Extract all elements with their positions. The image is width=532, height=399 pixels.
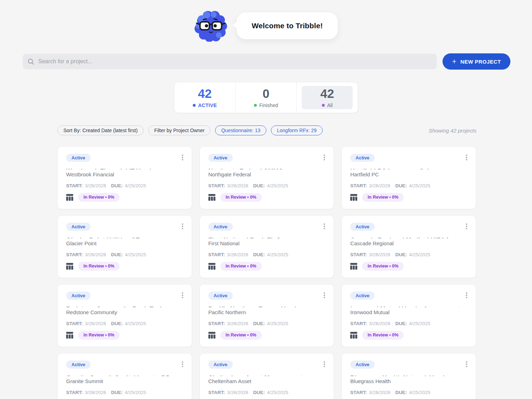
card-footer: In Review • 0%: [350, 262, 467, 271]
due-date: 4/25/2025: [409, 252, 430, 257]
kebab-menu-icon[interactable]: [464, 223, 469, 231]
kebab-menu-icon[interactable]: [322, 154, 326, 163]
search-row: + NEW PROJECT: [23, 53, 510, 70]
status-badge: Active: [350, 223, 375, 231]
due-date: 4/25/2025: [267, 252, 288, 257]
due-date: 4/25/2025: [267, 183, 288, 188]
status-badge: Active: [350, 292, 375, 300]
start-label: START:: [66, 252, 83, 257]
card-top-row: Active: [66, 154, 183, 163]
project-title: Hartfield PC Insurance Cyber: [350, 168, 467, 169]
start-date: 3/26/2026: [369, 321, 390, 326]
sort-by-chip[interactable]: Sort By: Created Date (latest first): [57, 125, 144, 135]
project-title: Bluegrass Health Network Vendor: [350, 375, 467, 376]
active-count: 42: [198, 87, 212, 100]
card-top-row: Active: [350, 360, 467, 369]
project-card[interactable]: Active Cheltenham Asset Management Chelt…: [200, 353, 334, 399]
start-date: 3/26/2026: [369, 390, 390, 395]
project-card[interactable]: Active Westbrook Financial IT Vendor Wes…: [57, 146, 192, 209]
stat-segment-all[interactable]: 42 All: [297, 82, 358, 113]
card-top-row: Active: [208, 223, 325, 231]
kebab-menu-icon[interactable]: [322, 223, 326, 231]
card-footer: In Review • 0%: [66, 193, 183, 202]
questionnaire-filter-chip[interactable]: Questionnaire: 13: [215, 125, 266, 135]
project-subtitle: Pacific Northern: [208, 309, 325, 315]
table-icon: [208, 263, 215, 270]
project-card[interactable]: Active Northgate Federal CMMC Northgate …: [200, 146, 334, 209]
kebab-menu-icon[interactable]: [180, 360, 185, 369]
card-footer: In Review • 0%: [208, 193, 325, 202]
start-date: 3/26/2026: [369, 183, 390, 188]
due-date: 4/25/2025: [125, 321, 146, 326]
project-subtitle: Westbrook Financial: [66, 171, 183, 177]
project-title: Cascade Regional Medical HIPAA: [350, 237, 467, 238]
card-footer: In Review • 0%: [208, 331, 325, 340]
search-input[interactable]: [38, 58, 432, 65]
project-card[interactable]: Active Pacific Northern Energy Vendor Pa…: [200, 284, 334, 347]
review-progress-badge: In Review • 0%: [78, 193, 120, 202]
kebab-menu-icon[interactable]: [464, 154, 469, 163]
table-icon: [66, 263, 73, 270]
start-date: 3/26/2026: [85, 183, 106, 188]
project-title: Cheltenham Asset Management: [208, 375, 325, 376]
all-dot-icon: [322, 104, 325, 107]
start-label: START:: [350, 252, 367, 257]
project-dates: START: 3/26/2026 DUE: 4/25/2025: [350, 252, 467, 257]
active-label: ACTIVE: [198, 102, 217, 108]
kebab-menu-icon[interactable]: [180, 154, 185, 163]
project-card[interactable]: Active Ironwood Mutual VendorAssessment …: [341, 284, 476, 347]
project-subtitle: Cheltenham Asset: [208, 378, 325, 384]
filter-owner-chip[interactable]: Filter by Project Owner: [148, 125, 210, 135]
stat-segment-finished[interactable]: 0 Finished: [236, 82, 296, 113]
project-card[interactable]: Active First National Bank FinSec First …: [200, 215, 334, 278]
project-dates: START: 3/26/2026 DUE: 4/25/2025: [350, 183, 467, 188]
project-card[interactable]: Active Granite Summit Capital InvestorDD…: [57, 353, 192, 399]
due-date: 4/25/2025: [409, 321, 430, 326]
card-footer: In Review • 0%: [66, 331, 183, 340]
review-progress-badge: In Review • 0%: [220, 193, 262, 202]
kebab-menu-icon[interactable]: [322, 292, 326, 300]
kebab-menu-icon[interactable]: [180, 292, 185, 300]
project-subtitle: Bluegrass Health: [350, 378, 467, 384]
table-icon: [350, 332, 357, 339]
project-subtitle: Ironwood Mutual: [350, 309, 467, 315]
start-date: 3/26/2026: [85, 390, 106, 395]
kebab-menu-icon[interactable]: [180, 223, 185, 231]
card-top-row: Active: [208, 292, 325, 300]
due-label: DUE:: [395, 252, 407, 257]
project-card[interactable]: Active Redstone Community Bank Tech Reds…: [57, 284, 192, 347]
project-subtitle: First National: [208, 240, 325, 246]
project-subtitle: Northgate Federal: [208, 171, 325, 177]
start-label: START:: [66, 390, 83, 395]
stat-segment-active[interactable]: 42 ACTIVE: [174, 82, 235, 113]
review-progress-badge: In Review • 0%: [78, 262, 120, 271]
project-card[interactable]: Active Hartfield PC Insurance Cyber Hart…: [341, 146, 476, 209]
start-label: START:: [208, 390, 225, 395]
kebab-menu-icon[interactable]: [322, 360, 326, 369]
search-box[interactable]: [23, 54, 437, 69]
card-top-row: Active: [350, 292, 467, 300]
start-date: 3/26/2026: [369, 252, 390, 257]
project-card[interactable]: Active Glacier Point Utilities OT Glacie…: [57, 215, 192, 278]
card-top-row: Active: [66, 223, 183, 231]
review-progress-badge: In Review • 0%: [362, 193, 404, 202]
due-date: 4/25/2025: [409, 183, 430, 188]
start-label: START:: [208, 252, 225, 257]
start-date: 3/26/2026: [227, 183, 248, 188]
kebab-menu-icon[interactable]: [464, 292, 469, 300]
project-subtitle: Cascade Regional: [350, 240, 467, 246]
welcome-bubble: Welcome to Tribble!: [237, 12, 337, 39]
due-date: 4/25/2025: [267, 321, 288, 326]
longform-rfx-filter-chip[interactable]: Longform RFx: 29: [271, 125, 323, 135]
project-card[interactable]: Active Bluegrass Health Network Vendor B…: [341, 353, 476, 399]
start-label: START:: [350, 183, 367, 188]
table-icon: [208, 194, 215, 201]
project-card[interactable]: Active Cascade Regional Medical HIPAA Ca…: [341, 215, 476, 278]
kebab-menu-icon[interactable]: [464, 360, 469, 369]
start-label: START:: [350, 390, 367, 395]
new-project-button[interactable]: + NEW PROJECT: [443, 53, 510, 70]
review-progress-badge: In Review • 0%: [78, 331, 120, 340]
due-date: 4/25/2025: [125, 183, 146, 188]
project-title: First National Bank FinSec: [208, 237, 325, 238]
project-subtitle: Glacier Point: [66, 240, 183, 246]
